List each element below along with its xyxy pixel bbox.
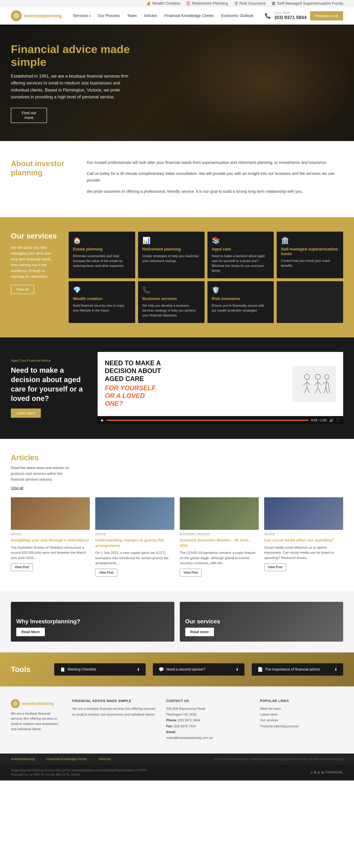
play-icon[interactable]: ▶ [101, 418, 104, 422]
articles-grid: ADVICE Navigating your way through a red… [11, 497, 343, 576]
footer-description: We are a boutique financial services fir… [11, 711, 61, 732]
video-heading-highlight: FOR YOURSELF OR A LOVED ONE? [105, 384, 285, 408]
footer-link-process[interactable]: Financial planning process [260, 723, 343, 729]
footer-mid-link-2[interactable]: Services [99, 757, 111, 761]
svg-point-24 [15, 703, 16, 704]
video-frame[interactable]: NEED TO MAKE A DECISION ABOUT AGED CARE … [98, 352, 343, 425]
nav-services[interactable]: Services [73, 13, 91, 18]
footer-link-team[interactable]: Meet the team [260, 706, 343, 712]
footer-mid-link-1[interactable]: Financial Knowledge Center [46, 757, 87, 761]
services-heading: Our services [11, 231, 58, 240]
topbar-item-wealth[interactable]: 💰 Wealth Creation [146, 1, 181, 6]
importance-icon: 📄 [258, 667, 263, 672]
retirement-plan-icon: 📊 [142, 237, 200, 244]
article-viewpost-3[interactable]: View Post [264, 563, 286, 571]
tool-meeting-checklist-button[interactable]: 📋 Meeting Checklist ⬇ [54, 663, 146, 676]
cta-section: Why Investorplanning? Read More Our serv… [0, 591, 354, 652]
risk-icon: 🛡️ [233, 1, 238, 6]
about-section: About investor planning Our trusted prof… [0, 141, 354, 217]
second-opinion-icon: 💬 [159, 667, 164, 672]
articles-view-all-link[interactable]: View all [11, 486, 23, 490]
nav-articles[interactable]: Articles [144, 13, 157, 18]
business-card-icon: 📞 [142, 286, 200, 294]
topbar-item-retirement[interactable]: 🏖️ Retirement Planning [186, 1, 228, 6]
hero-section: Financial advice made simple Established… [0, 25, 354, 141]
navbar: investorplanning Services Our Process Te… [0, 7, 354, 25]
hero-cta-button[interactable]: Find out more [11, 108, 47, 123]
footer-link-news[interactable]: Latest news [260, 712, 343, 717]
service-business-desc: We help you develop a business services … [142, 303, 200, 318]
footer-col-tagline: FINANCIAL ADVICE MADE SIMPLE We are a bo… [72, 699, 155, 741]
phone-number[interactable]: (03) 9371 5844 [275, 14, 307, 20]
svg-line-16 [326, 379, 327, 387]
volume-icon[interactable]: 🔊 [329, 418, 333, 422]
footer-top: investorplanning We are a boutique finan… [0, 686, 354, 753]
request-call-button[interactable]: Request a call [310, 11, 343, 21]
footer-tagline: FINANCIAL ADVICE MADE SIMPLE [72, 699, 155, 703]
nav-process[interactable]: Our Process [98, 13, 120, 18]
about-right: Our trusted professionals will look afte… [87, 159, 343, 199]
footer-logo: investorplanning [11, 699, 61, 708]
svg-line-7 [304, 388, 307, 393]
service-card-smsf: 🏛️ Self-managed superannuation funds Con… [277, 231, 343, 278]
aged-care-learn-button[interactable]: Learn More [11, 408, 41, 418]
fullscreen-icon[interactable]: ⛶ [336, 418, 340, 422]
article-viewpost-2[interactable]: View Post [180, 569, 202, 577]
video-illustration [293, 366, 336, 402]
nav-right: 📞 CALL NOW (03) 9371 5844 Request a call [265, 11, 343, 21]
cta-why-button[interactable]: Read More [16, 628, 45, 636]
video-controls[interactable]: ▶ 0:02 / 1:20 🔊 ⛶ [98, 416, 343, 425]
video-progress-bar[interactable] [107, 420, 308, 421]
video-content: NEED TO MAKE A DECISION ABOUT AGED CARE … [98, 352, 343, 416]
article-viewpost-0[interactable]: View Post [11, 563, 33, 571]
aged-care-heading: Need to make a decision about aged care … [11, 366, 83, 403]
article-image-0 [11, 497, 90, 530]
svg-line-21 [328, 383, 330, 393]
aged-care-section: Aged Care Financial Advice Need to make … [0, 337, 354, 439]
aged-care-icon: 📚 [212, 237, 269, 244]
tool-meeting-label: Meeting Checklist [68, 667, 96, 672]
chpw-financial: FINANCIAL [326, 771, 343, 774]
nav-economic[interactable]: Economic Outlook [221, 13, 254, 18]
chpw-badge: c h p w FINANCIAL [311, 770, 343, 775]
about-left: About investor planning [11, 159, 72, 177]
svg-line-13 [315, 388, 318, 393]
footer-contact-heading: CONTACT US [166, 699, 249, 703]
service-estate-desc: Eliminate uncertainties and help increas… [73, 254, 131, 268]
footer-link-services[interactable]: Our services [260, 717, 343, 723]
service-smsf-title: Self-managed superannuation funds [281, 247, 339, 256]
service-business-title: Business services [142, 297, 200, 301]
phone-icon: 📞 [265, 13, 271, 19]
svg-point-15 [325, 375, 329, 379]
service-card-business: 📞 Business services We help you develop … [138, 281, 204, 323]
article-image-3 [264, 497, 343, 530]
topbar-item-smsf[interactable]: 🏦 Self-Managed Superannuation Funds [271, 1, 343, 6]
cta-services-button[interactable]: Read more [185, 628, 214, 636]
footer-mid-link-0[interactable]: Investorplanning [11, 757, 35, 761]
aged-care-tag: Aged Care Financial Advice [11, 359, 83, 363]
footer-email: Email: mario@investorplanning.com.au [166, 729, 249, 741]
article-viewpost-1[interactable]: View Post [95, 569, 117, 577]
svg-line-12 [318, 382, 321, 385]
service-aged-title: Aged care [212, 247, 269, 252]
estate-icon: 🏠 [73, 237, 131, 244]
footer-divider-1: | [40, 757, 41, 761]
cta-card-services: Our services Read more [180, 602, 343, 642]
top-bar: 💰 Wealth Creation 🏖️ Retirement Planning… [0, 0, 354, 7]
nav-knowledge[interactable]: Financial Knowledge Center [164, 13, 214, 18]
article-image-1 [95, 497, 174, 530]
services-section: Our services We will assist you with man… [0, 217, 354, 337]
tool-second-opinion-button[interactable]: 💬 Need a second opinion? ⬇ [153, 663, 244, 676]
tool-importance-button[interactable]: 📄 The importance of financial advice ⬇ [252, 663, 343, 676]
footer-email-link[interactable]: mario@investorplanning.com.au [166, 735, 249, 741]
chpw-w: w [321, 770, 324, 775]
article-tag-2: ECONOMIC UPDATES [180, 533, 259, 536]
services-view-all-button[interactable]: View all [11, 285, 34, 294]
topbar-item-risk[interactable]: 🛡️ Risk Insurance [233, 1, 266, 6]
logo[interactable]: investorplanning [11, 10, 62, 21]
service-card-wealth: 💎 Wealth creation Build financial securi… [69, 281, 135, 323]
nav-team[interactable]: Team [127, 13, 137, 18]
cta-why-title: Why Investorplanning? [16, 618, 80, 625]
topbar-smsf-label: Self-Managed Superannuation Funds [277, 1, 343, 6]
chpw-p: p [318, 770, 320, 775]
